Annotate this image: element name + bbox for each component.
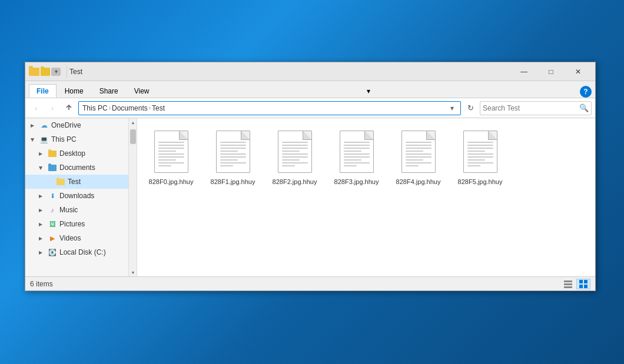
doc-lines [406,142,432,166]
address-path[interactable]: This PC › Documents › Test ▾ [78,101,461,115]
doc-line [467,159,486,161]
path-arrow-2: › [149,105,151,111]
expand-videos[interactable] [36,233,45,243]
path-segment-test[interactable]: Test [152,104,165,112]
doc-line [467,165,480,166]
file-item-2[interactable]: 828F2.jpg.hhuy [267,124,323,190]
ribbon: File Home Share View ▾ ? [25,81,595,98]
sidebar-item-localdisk[interactable]: 💽 Local Disk (C:) [25,245,137,259]
doc-line [467,162,493,163]
doc-line [406,142,432,143]
doc-line [344,162,370,163]
item-count: 6 items [30,280,53,288]
search-icon[interactable]: 🔍 [579,103,589,112]
expand-documents[interactable] [36,163,45,172]
expand-music[interactable] [36,205,45,215]
doc-icon [278,131,312,173]
tab-file[interactable]: File [29,84,57,98]
doc-line [158,153,184,155]
doc-line [344,142,370,143]
file-item-5[interactable]: 828F5.jpg.hhuy [452,124,508,190]
expand-downloads[interactable] [36,191,45,201]
path-segment-thispc[interactable]: This PC [82,104,108,112]
expand-onedrive[interactable] [28,121,37,130]
file-item-0[interactable]: 828F0.jpg.hhuy [143,124,199,190]
ribbon-tabs: File Home Share View ▾ ? [25,81,595,98]
path-segment-documents[interactable]: Documents [112,104,148,112]
expand-localdisk[interactable] [36,248,45,257]
path-dropdown[interactable]: ▾ [447,104,457,112]
tab-home[interactable]: Home [57,84,91,98]
maximize-button[interactable]: □ [537,62,565,81]
sidebar-item-downloads[interactable]: ⬇ Downloads [25,189,137,203]
doc-line [467,156,493,158]
doc-line [344,159,362,161]
title-separator [67,66,67,78]
sidebar-item-documents[interactable]: Documents [25,161,137,175]
svg-rect-6 [584,285,588,288]
back-button[interactable]: ‹ [29,101,43,115]
doc-icon [463,131,497,173]
sidebar-item-thispc[interactable]: 💻 This PC [25,132,137,146]
doc-line [220,153,246,155]
file-icon [151,128,192,175]
file-item-4[interactable]: 828F4.jpg.hhuy [390,124,446,190]
view-details-button[interactable] [561,279,575,289]
pictures-icon: 🖼 [48,219,57,229]
path-arrow-1: › [109,105,111,111]
large-view-icon [579,279,588,289]
view-large-button[interactable] [576,279,590,289]
sidebar-label-localdisk: Local Disk (C:) [59,248,106,256]
help-button[interactable]: ? [580,86,592,98]
refresh-button[interactable]: ↻ [463,101,477,115]
file-icon [336,128,377,175]
tab-share[interactable]: Share [92,84,126,98]
file-name: 828F2.jpg.hhuy [273,178,317,186]
doc-lines [467,142,493,166]
sidebar-item-videos[interactable]: ▶ Videos [25,231,137,245]
sidebar-scrollbar: ▲ ▼ [128,118,137,276]
status-bar: 6 items [25,276,595,290]
doc-line [344,153,370,155]
ribbon-expand[interactable]: ▾ [360,85,377,98]
scroll-up-button[interactable]: ▲ [129,118,137,126]
scroll-down-button[interactable]: ▼ [129,268,137,276]
sidebar-item-desktop[interactable]: Desktop [25,146,137,161]
expand-desktop[interactable] [36,149,45,158]
doc-line [282,151,300,152]
search-box[interactable]: 🔍 [480,101,592,115]
title-bar: ▾ Test — □ ✕ [25,62,595,81]
close-button[interactable]: ✕ [565,62,592,81]
doc-line [158,156,184,158]
sidebar-item-music[interactable]: ♪ Music [25,203,137,217]
doc-line [406,162,432,163]
svg-rect-0 [564,280,572,282]
expand-pictures[interactable] [36,219,45,229]
file-item-1[interactable]: 828F1.jpg.hhuy [205,124,261,190]
sidebar-item-test[interactable]: Test [25,175,137,189]
thispc-icon: 💻 [39,135,49,144]
sidebar-item-pictures[interactable]: 🖼 Pictures [25,217,137,231]
minimize-button[interactable]: — [510,62,537,81]
tab-view[interactable]: View [127,84,157,98]
file-icon [460,128,501,175]
forward-button[interactable]: › [45,101,59,115]
doc-line [467,148,493,149]
doc-line [344,165,357,166]
folder-small-icon [41,68,50,76]
sidebar-label-onedrive: OneDrive [51,121,81,129]
details-view-icon [563,279,573,289]
doc-line [406,153,432,155]
scroll-thumb[interactable] [130,129,136,144]
file-item-3[interactable]: 828F3.jpg.hhuy [328,124,384,190]
doc-line [344,148,370,149]
doc-icon [401,131,436,173]
up-button[interactable] [62,101,76,115]
doc-icon [216,131,250,173]
file-name: 828F1.jpg.hhuy [211,178,255,186]
sidebar-item-onedrive[interactable]: ☁ OneDrive [25,118,137,132]
svg-rect-2 [564,286,572,288]
search-input[interactable] [483,104,579,112]
doc-lines [158,142,184,166]
expand-thispc[interactable] [28,135,37,144]
